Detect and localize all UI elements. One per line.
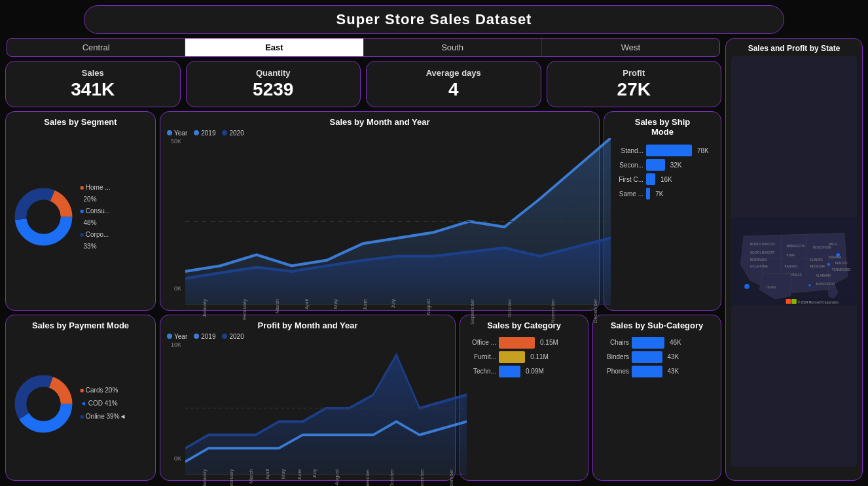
svg-text:WISCONSIN: WISCONSIN	[813, 246, 831, 249]
payment-donut	[12, 373, 75, 435]
monthly-sales-chart: Sales by Month and Year Year 2019 2020 5…	[160, 111, 600, 311]
profit-label: Profit	[623, 68, 645, 78]
x-axis-label: November	[401, 469, 422, 486]
ship-mode-bar-row: Secon... 32K	[611, 159, 714, 171]
svg-text:ALABAMA: ALABAMA	[816, 275, 831, 278]
x-axis-label: October	[494, 299, 511, 316]
svg-point-39	[744, 284, 750, 289]
svg-point-11	[27, 387, 61, 421]
category-bars: Office ... 0.15M Furnit... 0.11M Techn..…	[467, 337, 581, 380]
title-bar: Super Store Sales Dataset	[84, 5, 784, 34]
profit-yaxis: 10K0K	[167, 341, 183, 462]
category-label: Furnit...	[467, 353, 496, 360]
category-label: Office ...	[467, 339, 496, 346]
x-axis-label: May	[273, 469, 284, 480]
svg-text:NEBRASKA: NEBRASKA	[750, 259, 768, 262]
x-axis-label: February	[213, 469, 232, 486]
monthly-profit-title: Profit by Month and Year	[167, 321, 448, 330]
category-title: Sales by Category	[467, 321, 581, 330]
dashboard-title: Super Store Sales Dataset	[336, 11, 532, 27]
category-bar	[499, 351, 525, 363]
svg-text:INDIANA: INDIANA	[829, 256, 842, 259]
avgdays-label: Average days	[426, 68, 481, 78]
profit-kpi: Profit 27K	[547, 61, 722, 107]
x-axis-label: July	[384, 299, 394, 309]
x-axis-label: January	[189, 469, 206, 486]
quantity-value: 5239	[253, 79, 293, 100]
sales-value: 341K	[71, 79, 115, 100]
svg-text:ILLINOIS: ILLINOIS	[810, 259, 823, 262]
subcategory-bar	[632, 366, 662, 377]
x-axis-label: June	[289, 469, 301, 481]
svg-text:© 2024 Microsoft Corporation: © 2024 Microsoft Corporation	[798, 300, 839, 304]
ship-mode-bar	[646, 159, 665, 171]
svg-text:IOWA: IOWA	[786, 254, 795, 257]
region-tab-central[interactable]: Central	[7, 39, 185, 56]
ship-mode-bar-row: Same ... 7K	[611, 188, 714, 200]
category-value: 0.11M	[530, 353, 549, 360]
category-label: Techn...	[467, 368, 496, 375]
monthly-profit-chart: Profit by Month and Year Year 2019 2020 …	[160, 315, 456, 481]
profit-xaxis: JanuaryFebruaryMarchAprilMayJuneJulyAugu…	[183, 469, 448, 475]
payment-title: Sales by Payment Mode	[12, 321, 149, 330]
x-axis-label: June	[354, 299, 367, 311]
monthly-profit-svg	[185, 341, 467, 475]
svg-rect-45	[791, 299, 797, 304]
svg-text:NORTH DAKOTA: NORTH DAKOTA	[750, 243, 775, 247]
svg-text:TEXAS: TEXAS	[766, 286, 776, 289]
svg-point-3	[27, 200, 61, 234]
map-card: Sales and Profit by State NORTH D	[725, 38, 863, 481]
x-axis-label: August	[414, 299, 429, 315]
category-bar-row: Furnit... 0.11M	[467, 351, 581, 363]
sales-yaxis: 50K0K	[167, 138, 183, 292]
payment-chart: Sales by Payment Mode ■ Cards 20% ◄ COD …	[5, 315, 156, 481]
subcategory-bar-row: Phones 43K	[600, 366, 714, 377]
subcategory-value: 43K	[668, 353, 679, 360]
subcategory-title: Sales by Sub-Category	[600, 321, 714, 330]
map-area: NORTH DAKOTA SOUTH DAKOTA NEBRASKA MINNE…	[731, 56, 857, 467]
svg-text:MINNESOTA: MINNESOTA	[786, 245, 805, 248]
svg-text:MISSOURI: MISSOURI	[810, 265, 825, 268]
subcategory-label: Chairs	[600, 339, 629, 346]
region-tab-west[interactable]: West	[542, 39, 719, 56]
sales-xaxis: JanuaryFebruaryMarchAprilMayJuneJulyAugu…	[183, 299, 592, 305]
kpi-row: Sales 341K Quantity 5239 Average days 4 …	[5, 61, 721, 107]
x-axis-label: July	[305, 469, 316, 479]
region-tab-south[interactable]: South	[364, 39, 542, 56]
quantity-kpi: Quantity 5239	[186, 61, 361, 107]
segment-chart: Sales by Segment ■ Home ... 20%	[5, 111, 156, 311]
ship-mode-value: 78K	[697, 147, 709, 154]
svg-marker-12	[185, 355, 467, 475]
category-value: 0.15M	[540, 339, 558, 346]
ship-mode-value: 7K	[655, 190, 663, 198]
segment-donut	[12, 186, 75, 248]
svg-text:OKLAHOMA: OKLAHOMA	[750, 265, 769, 268]
x-axis-label: January	[189, 299, 206, 316]
svg-point-38	[827, 263, 830, 266]
us-map-svg: NORTH DAKOTA SOUTH DAKOTA NEBRASKA MINNE…	[731, 56, 857, 467]
svg-text:TENNESSEE: TENNESSEE	[832, 268, 851, 271]
subcategory-bar	[632, 337, 664, 349]
ship-mode-title: Sales by ShipMode	[611, 117, 714, 137]
svg-text:MISSISSIPPI: MISSISSIPPI	[816, 283, 835, 286]
category-bar-row: Office ... 0.15M	[467, 337, 581, 349]
x-axis-label: May	[325, 299, 336, 310]
monthly-profit-legend: Year 2019 2020	[167, 333, 448, 340]
map-title: Sales and Profit by State	[731, 44, 857, 53]
x-axis-label: December	[431, 469, 452, 486]
ship-mode-label: Same ...	[611, 190, 643, 198]
svg-text:SOUTH DAKOTA: SOUTH DAKOTA	[750, 251, 775, 254]
monthly-sales-title: Sales by Month and Year	[167, 117, 592, 127]
region-tab-east[interactable]: East	[185, 39, 363, 56]
svg-text:KANSAS: KANSAS	[785, 265, 797, 268]
ship-mode-chart: Sales by ShipMode Stand... 78K Secon... …	[604, 111, 721, 311]
svg-rect-44	[786, 299, 791, 304]
x-axis-label: October	[376, 469, 393, 486]
segment-labels: ■ Home ... 20% ■ Consu... 48% ■ Corpo...…	[80, 182, 111, 252]
subcategory-chart: Sales by Sub-Category Chairs 46K Binders…	[592, 315, 721, 481]
svg-text:MICH...: MICH...	[829, 243, 839, 247]
ship-mode-bar	[646, 145, 692, 156]
ship-mode-bar-row: First C... 16K	[611, 173, 714, 185]
avgdays-kpi: Average days 4	[366, 61, 541, 107]
ship-mode-label: Stand...	[611, 147, 643, 154]
